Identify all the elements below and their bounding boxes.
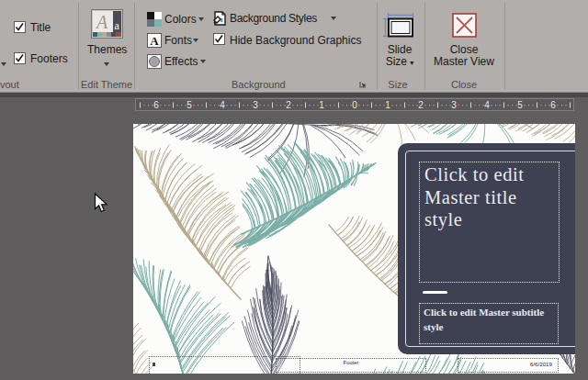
svg-text:5: 5 (187, 100, 192, 110)
svg-text:3: 3 (253, 100, 258, 110)
svg-text:a: a (115, 19, 120, 32)
svg-text:4: 4 (484, 100, 490, 110)
svg-text:0: 0 (352, 100, 357, 110)
svg-text:2: 2 (418, 100, 424, 110)
svg-text:1: 1 (319, 100, 324, 110)
svg-text:6: 6 (153, 100, 159, 110)
svg-text:A: A (150, 34, 159, 48)
svg-text:A: A (95, 12, 108, 32)
svg-text:1: 1 (385, 100, 390, 110)
svg-text:4: 4 (220, 100, 225, 110)
svg-text:3: 3 (451, 100, 457, 110)
svg-text:6: 6 (550, 100, 556, 110)
svg-text:2: 2 (286, 100, 291, 110)
svg-text:5: 5 (517, 100, 523, 110)
